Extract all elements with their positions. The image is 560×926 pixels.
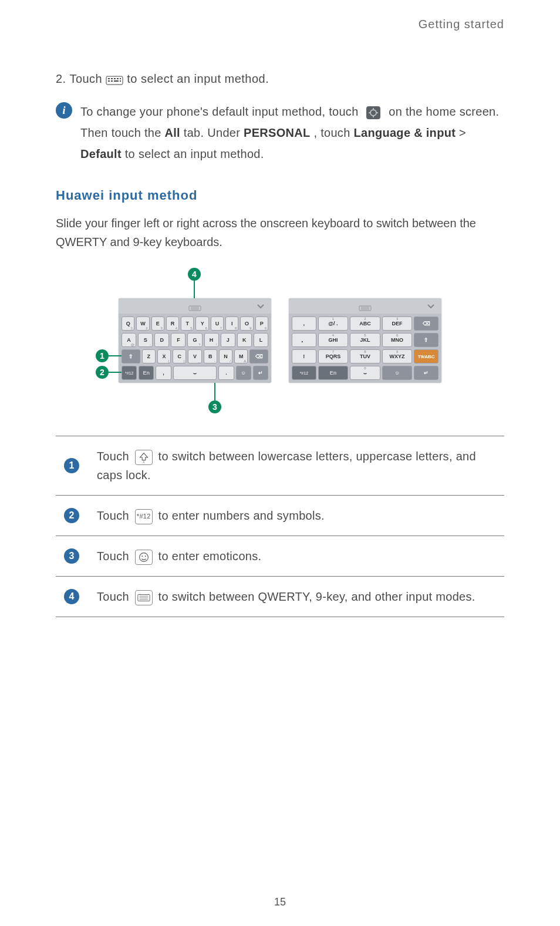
- key-5: JKL5: [350, 333, 380, 347]
- key-d: D: [154, 333, 169, 347]
- info-p4: , touch: [313, 126, 353, 139]
- key-n: N/: [219, 349, 232, 363]
- key-sub: -: [150, 343, 151, 346]
- key-sub: /: [230, 359, 231, 363]
- legend-post: to switch between QWERTY, 9-key, and oth…: [158, 590, 475, 603]
- callout-1-marker: 1: [96, 349, 109, 362]
- key-comma: ,: [292, 316, 316, 331]
- key-punct: 。: [292, 333, 316, 347]
- key-1: @/ .1: [318, 316, 349, 331]
- key-u: U7: [211, 316, 224, 331]
- page-header: Getting started: [56, 18, 504, 31]
- key-label: T: [186, 321, 190, 326]
- key-h: H!: [204, 333, 219, 347]
- kb-row-2: A@ S- D F: G? H! J K L: [122, 333, 268, 347]
- ninekey-keyboard: , @/ .1 ABC2 DEF3 ⌫ 。 GHI4 JKL5 MNO6 ⇧ !…: [289, 298, 441, 383]
- legend-num-1: 1: [64, 458, 79, 473]
- section-intro: Slide your finger left or right across t…: [56, 214, 504, 251]
- legend-row-1: 1 Touch A to switch between lowercase le…: [56, 436, 504, 495]
- key-sub: 2: [364, 317, 366, 330]
- key-sub: @: [131, 343, 134, 346]
- info-text: To change your phone's default input met…: [80, 101, 504, 164]
- key-8: TUV8: [350, 349, 380, 363]
- key-sub: 5: [190, 326, 192, 330]
- key-backspace: ⌫: [414, 316, 438, 331]
- key-enter: ↵: [414, 366, 438, 380]
- svg-rect-7: [111, 80, 113, 82]
- key-sub: &: [244, 359, 246, 363]
- kb-row-1: Q1 W2 E3 R4 T5 Y6 U7 I8 O9 P0: [122, 316, 268, 331]
- legend-post: to enter numbers and symbols.: [158, 509, 325, 522]
- legend-num-2: 2: [64, 508, 79, 523]
- key-sub: 4: [176, 326, 177, 330]
- key-sub: 0: [364, 366, 366, 379]
- legend-pre: Touch: [97, 590, 133, 603]
- key-sub: 2: [146, 326, 147, 330]
- svg-rect-2: [111, 78, 113, 79]
- key-label: U: [215, 321, 220, 326]
- key-sub: 7: [220, 326, 222, 330]
- key-sub: (: [168, 359, 169, 363]
- key-sub: :: [183, 343, 184, 346]
- legend-num-3: 3: [64, 548, 79, 564]
- legend-text-3: Touch to enter emoticons.: [97, 547, 261, 565]
- legend-num-4: 4: [64, 589, 79, 604]
- step2-suffix: to select an input method.: [127, 69, 269, 88]
- legend-pre: Touch: [97, 450, 133, 463]
- chevron-down-icon: [425, 300, 437, 312]
- key-label: C: [178, 353, 182, 359]
- key-sub: 6: [205, 326, 207, 330]
- svg-point-27: [145, 555, 146, 557]
- legend: 1 Touch A to switch between lowercase le…: [56, 436, 504, 617]
- qwerty-keyboard: Q1 W2 E3 R4 T5 Y6 U7 I8 O9 P0 A@ S- D F:…: [119, 298, 271, 383]
- key-l: L: [254, 333, 268, 347]
- key-i: I8: [225, 316, 238, 331]
- key-comma: ,: [156, 366, 171, 380]
- keyboard-switch-icon: [358, 303, 372, 309]
- keyboard-icon: [106, 73, 123, 85]
- kb-row-2: 。 GHI4 JKL5 MNO6 ⇧: [292, 333, 438, 347]
- key-label: M: [239, 353, 244, 359]
- key-label: Y: [201, 321, 204, 326]
- key-sub: 1: [332, 317, 334, 330]
- key-sub: 8: [235, 326, 237, 330]
- key-shift: ⇧: [414, 333, 438, 347]
- svg-rect-3: [114, 78, 116, 79]
- key-6: MNO6: [382, 333, 413, 347]
- svg-point-26: [141, 555, 143, 557]
- key-y: Y6: [195, 316, 208, 331]
- key-label: R: [171, 321, 175, 326]
- key-symbols: *#12: [292, 366, 316, 380]
- key-label: Z: [147, 353, 151, 359]
- legend-row-3: 3 Touch to enter emoticons.: [56, 536, 504, 576]
- key-sub: 5: [364, 334, 366, 346]
- key-label: F: [177, 337, 180, 343]
- settings-gear-icon: [365, 105, 382, 120]
- key-emoji: ☺: [236, 366, 251, 380]
- key-sub: 9: [249, 326, 251, 330]
- legend-post: to enter emoticons.: [158, 550, 262, 563]
- svg-rect-8: [114, 80, 119, 82]
- step2-prefix: 2. Touch: [56, 69, 102, 88]
- key-sub: 0: [265, 326, 266, 330]
- key-label: J: [227, 337, 230, 343]
- key-e: E3: [151, 316, 164, 331]
- key-k: K: [237, 333, 252, 347]
- section-heading: Huawei input method: [56, 188, 504, 203]
- emoticon-icon: [135, 550, 153, 565]
- legend-text-4: Touch to switch between QWERTY, 9-key, a…: [97, 587, 475, 606]
- key-label: E: [156, 321, 160, 326]
- key-4: GHI4: [318, 333, 349, 347]
- info-personal: PERSONAL: [244, 126, 311, 139]
- key-label: H: [210, 337, 214, 343]
- kb-row-3: ! PQRS7 TUV8 WXYZ9 T9/ABC: [292, 349, 438, 363]
- key-shift: ⇧: [122, 349, 140, 363]
- key-j: J: [221, 333, 235, 347]
- info-icon: i: [56, 102, 72, 119]
- key-x: X(: [157, 349, 171, 363]
- keyboard-switch-icon: [135, 590, 153, 605]
- key-label: B: [208, 353, 212, 359]
- key-label: A: [127, 337, 131, 343]
- key-t: T5: [181, 316, 194, 331]
- legend-post: to switch between lowercase letters, upp…: [97, 450, 476, 481]
